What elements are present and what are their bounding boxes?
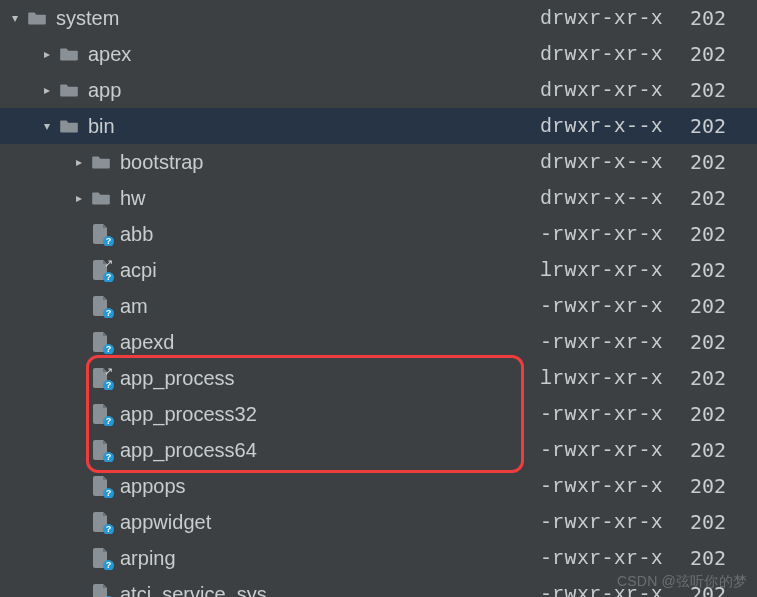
file-tree[interactable]: ▾systemdrwxr-xr-x202▸apexdrwxr-xr-x202▸a…	[0, 0, 757, 597]
tree-row[interactable]: ↗?acpilrwxr-xr-x202	[0, 252, 757, 288]
permissions-cell: -rwxr-xr-x	[540, 223, 690, 246]
tree-row[interactable]: ?arping-rwxr-xr-x202	[0, 540, 757, 576]
date-cell: 202	[690, 294, 750, 318]
tree-item-label: acpi	[120, 259, 157, 282]
row-name-area[interactable]: ↗?acpi	[0, 259, 540, 282]
tree-row[interactable]: ▸bootstrapdrwxr-x--x202	[0, 144, 757, 180]
tree-item-label: atci_service_sys	[120, 583, 267, 598]
row-name-area[interactable]: ▸bootstrap	[0, 151, 540, 174]
file-icon: ?	[90, 583, 112, 597]
date-cell: 202	[690, 258, 750, 282]
unknown-badge-icon: ?	[103, 308, 114, 318]
tree-row[interactable]: ↗?app_processlrwxr-xr-x202	[0, 360, 757, 396]
row-name-area[interactable]: ?app_process32	[0, 403, 540, 426]
file-icon: ?	[90, 547, 112, 569]
date-cell: 202	[690, 438, 750, 462]
tree-item-label: app_process32	[120, 403, 257, 426]
tree-row[interactable]: ?app_process64-rwxr-xr-x202	[0, 432, 757, 468]
tree-item-label: bootstrap	[120, 151, 203, 174]
row-name-area[interactable]: ?apexd	[0, 331, 540, 354]
tree-row[interactable]: ?apexd-rwxr-xr-x202	[0, 324, 757, 360]
permissions-cell: drwxr-x--x	[540, 115, 690, 138]
row-name-area[interactable]: ?abb	[0, 223, 540, 246]
unknown-badge-icon: ?	[103, 236, 114, 246]
file-icon: ?	[90, 295, 112, 317]
watermark: CSDN @弦听你的梦	[617, 573, 747, 591]
row-name-area[interactable]: ?am	[0, 295, 540, 318]
row-name-area[interactable]: ?app_process64	[0, 439, 540, 462]
folder-icon	[90, 187, 112, 209]
folder-icon	[91, 154, 111, 170]
permissions-cell: -rwxr-xr-x	[540, 547, 690, 570]
tree-item-label: arping	[120, 547, 176, 570]
permissions-cell: -rwxr-xr-x	[540, 475, 690, 498]
tree-item-label: hw	[120, 187, 146, 210]
row-name-area[interactable]: ?appops	[0, 475, 540, 498]
date-cell: 202	[690, 186, 750, 210]
date-cell: 202	[690, 222, 750, 246]
date-cell: 202	[690, 474, 750, 498]
folder-icon	[59, 82, 79, 98]
folder-icon	[58, 79, 80, 101]
permissions-cell: -rwxr-xr-x	[540, 511, 690, 534]
row-name-area[interactable]: ↗?app_process	[0, 367, 540, 390]
folder-icon	[91, 190, 111, 206]
tree-row[interactable]: ▸apexdrwxr-xr-x202	[0, 36, 757, 72]
row-name-area[interactable]: ▸app	[0, 79, 540, 102]
unknown-badge-icon: ?	[103, 524, 114, 534]
row-name-area[interactable]: ?atci_service_sys	[0, 583, 540, 598]
file-icon: ?	[90, 511, 112, 533]
tree-item-label: abb	[120, 223, 153, 246]
tree-row[interactable]: ?abb-rwxr-xr-x202	[0, 216, 757, 252]
file-icon: ↗?	[90, 259, 112, 281]
row-name-area[interactable]: ?appwidget	[0, 511, 540, 534]
chevron-right-icon[interactable]: ▸	[70, 153, 88, 171]
row-name-area[interactable]: ▾bin	[0, 115, 540, 138]
date-cell: 202	[690, 6, 750, 30]
tree-row[interactable]: ▸hwdrwxr-x--x202	[0, 180, 757, 216]
tree-row[interactable]: ▾bindrwxr-x--x202	[0, 108, 757, 144]
tree-row[interactable]: ?appwidget-rwxr-xr-x202	[0, 504, 757, 540]
tree-row[interactable]: ?am-rwxr-xr-x202	[0, 288, 757, 324]
unknown-badge-icon: ?	[103, 488, 114, 498]
row-name-area[interactable]: ?arping	[0, 547, 540, 570]
permissions-cell: -rwxr-xr-x	[540, 439, 690, 462]
shortcut-arrow-icon: ↗	[104, 367, 114, 377]
row-name-area[interactable]: ▸hw	[0, 187, 540, 210]
tree-item-label: app	[88, 79, 121, 102]
tree-row[interactable]: ▾systemdrwxr-xr-x202	[0, 0, 757, 36]
permissions-cell: drwxr-xr-x	[540, 7, 690, 30]
date-cell: 202	[690, 402, 750, 426]
date-cell: 202	[690, 510, 750, 534]
chevron-down-icon[interactable]: ▾	[6, 9, 24, 27]
file-icon: ?	[90, 403, 112, 425]
row-name-area[interactable]: ▾system	[0, 7, 540, 30]
date-cell: 202	[690, 330, 750, 354]
chevron-right-icon[interactable]: ▸	[38, 45, 56, 63]
tree-item-label: appwidget	[120, 511, 211, 534]
permissions-cell: drwxr-xr-x	[540, 79, 690, 102]
tree-item-label: apex	[88, 43, 131, 66]
shortcut-arrow-icon: ↗	[104, 259, 114, 269]
tree-item-label: appops	[120, 475, 186, 498]
chevron-down-icon[interactable]: ▾	[38, 117, 56, 135]
tree-item-label: app_process	[120, 367, 235, 390]
file-icon: ?	[90, 331, 112, 353]
tree-row[interactable]: ?appops-rwxr-xr-x202	[0, 468, 757, 504]
unknown-badge-icon: ?	[103, 344, 114, 354]
tree-item-label: bin	[88, 115, 115, 138]
tree-row[interactable]: ▸appdrwxr-xr-x202	[0, 72, 757, 108]
tree-row[interactable]: ?app_process32-rwxr-xr-x202	[0, 396, 757, 432]
permissions-cell: drwxr-x--x	[540, 187, 690, 210]
folder-icon	[59, 118, 79, 134]
row-name-area[interactable]: ▸apex	[0, 43, 540, 66]
folder-icon	[58, 43, 80, 65]
tree-item-label: am	[120, 295, 148, 318]
date-cell: 202	[690, 366, 750, 390]
date-cell: 202	[690, 78, 750, 102]
folder-icon	[26, 7, 48, 29]
chevron-right-icon[interactable]: ▸	[38, 81, 56, 99]
chevron-right-icon[interactable]: ▸	[70, 189, 88, 207]
permissions-cell: drwxr-x--x	[540, 151, 690, 174]
tree-item-label: apexd	[120, 331, 175, 354]
